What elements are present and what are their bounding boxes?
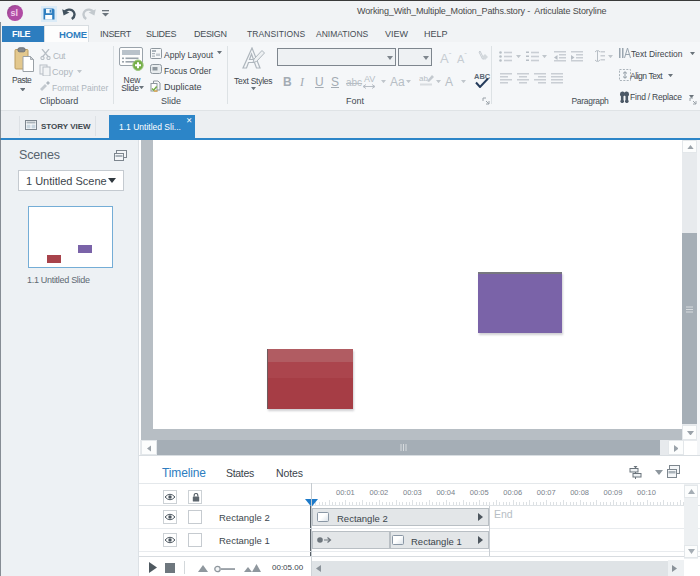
- svg-text:ab: ab: [419, 74, 428, 83]
